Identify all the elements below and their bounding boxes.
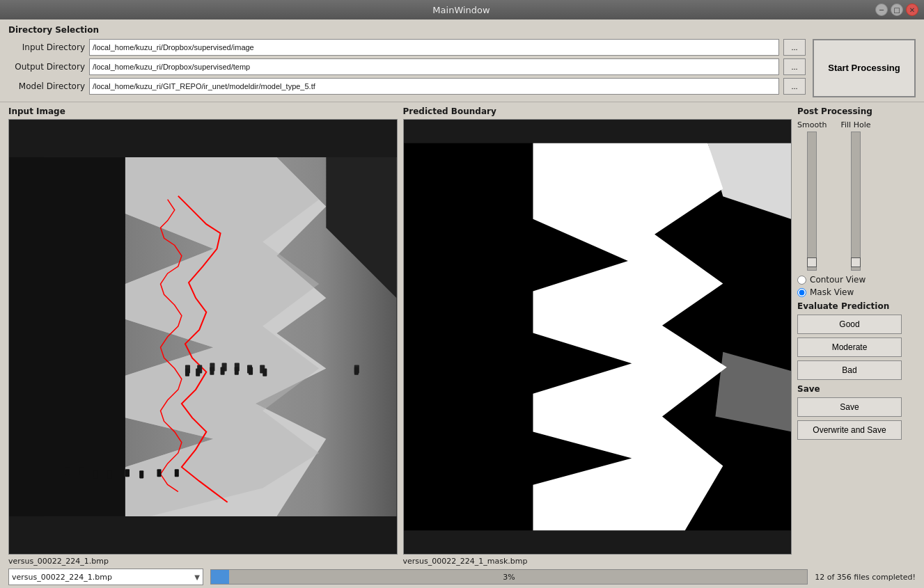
svg-marker-3 [9, 157, 125, 516]
viewer-area: Input Image [0, 102, 924, 566]
predicted-boundary-filename: versus_00022_224_1_mask.bmp [403, 557, 792, 566]
progress-label: 3% [211, 570, 807, 585]
output-dir-browse-button[interactable]: ... [783, 58, 806, 75]
svg-rect-18 [221, 367, 225, 375]
bad-button[interactable]: Bad [797, 360, 902, 380]
output-dir-field[interactable] [89, 58, 779, 75]
directory-section-title: Directory Selection [8, 25, 916, 35]
model-dir-field[interactable] [89, 78, 779, 95]
smooth-slider-track[interactable] [807, 132, 817, 271]
directory-fields: Input Directory ... Output Directory ...… [8, 39, 806, 97]
input-dir-browse-button[interactable]: ... [783, 39, 806, 56]
window-controls: ─ □ ✕ [875, 3, 918, 16]
model-dir-row: Model Directory ... [8, 78, 806, 95]
svg-rect-23 [65, 467, 70, 475]
overwrite-save-button[interactable]: Overwrite and Save [797, 420, 902, 440]
mask-view-radio-row[interactable]: Mask View [797, 287, 916, 297]
start-processing-button[interactable]: Start Processing [813, 39, 916, 97]
svg-rect-27 [125, 469, 130, 477]
mask-view-label: Mask View [810, 287, 854, 297]
file-selector-text: versus_00022_224_1.bmp [12, 573, 194, 582]
main-content: Directory Selection Input Directory ... … [0, 19, 924, 588]
completion-text: 12 of 356 files completed! [815, 573, 916, 582]
svg-rect-28 [139, 470, 143, 478]
mask-view-radio[interactable] [797, 288, 806, 297]
fill-hole-slider-label: Fill Hole [840, 120, 870, 129]
save-button[interactable]: Save [797, 397, 902, 417]
svg-rect-22 [354, 367, 359, 375]
svg-rect-24 [79, 467, 84, 475]
post-processing-panel: Post Processing Smooth Fill Hole [797, 106, 916, 566]
fill-hole-slider-track[interactable] [851, 132, 861, 271]
fill-hole-slider-col: Fill Hole [840, 120, 870, 271]
close-button[interactable]: ✕ [906, 3, 918, 16]
post-processing-title: Post Processing [797, 106, 916, 116]
svg-rect-25 [93, 470, 97, 478]
input-dir-row: Input Directory ... [8, 39, 806, 56]
evaluate-prediction-title: Evaluate Prediction [797, 301, 916, 311]
svg-rect-17 [210, 367, 214, 375]
window-title: MainWindow [47, 5, 875, 15]
predicted-boundary-panel: Predicted Boundary versus_00022_224_1_ma… [403, 106, 792, 566]
fill-hole-slider-thumb[interactable] [851, 257, 861, 267]
progress-container: 3% [210, 569, 808, 585]
smooth-slider-label: Smooth [797, 120, 827, 129]
model-dir-label: Model Directory [8, 81, 85, 91]
smooth-slider-thumb[interactable] [807, 257, 817, 267]
input-image-label: Input Image [8, 106, 398, 116]
title-bar: MainWindow ─ □ ✕ [0, 0, 924, 19]
input-image-filename: versus_00022_224_1.bmp [8, 557, 398, 566]
file-selector[interactable]: versus_00022_224_1.bmp ▼ [8, 569, 203, 585]
save-title: Save [797, 384, 916, 394]
svg-rect-20 [249, 367, 253, 375]
contour-view-radio-row[interactable]: Contour View [797, 275, 916, 285]
svg-rect-21 [263, 369, 267, 376]
view-options: Contour View Mask View [797, 275, 916, 297]
smooth-slider-col: Smooth [797, 120, 827, 271]
predicted-boundary-label: Predicted Boundary [403, 106, 792, 116]
contour-view-radio[interactable] [797, 276, 806, 285]
svg-rect-30 [175, 469, 179, 477]
good-button[interactable]: Good [797, 315, 902, 334]
save-section: Save Save Overwrite and Save [797, 384, 916, 440]
input-image-canvas [8, 119, 398, 555]
contour-view-label: Contour View [810, 275, 866, 285]
model-dir-browse-button[interactable]: ... [783, 78, 806, 95]
input-dir-field[interactable] [89, 39, 779, 56]
directory-section: Directory Selection Input Directory ... … [0, 19, 924, 102]
bottom-bar: versus_00022_224_1.bmp ▼ 3% 12 of 356 fi… [0, 566, 924, 588]
svg-rect-19 [235, 367, 239, 375]
svg-rect-29 [157, 469, 161, 477]
svg-rect-26 [108, 470, 112, 478]
minimize-button[interactable]: ─ [875, 3, 888, 16]
output-dir-label: Output Directory [8, 62, 85, 72]
input-image-panel: Input Image [8, 106, 398, 566]
input-dir-label: Input Directory [8, 42, 85, 52]
svg-rect-16 [196, 369, 200, 376]
svg-rect-15 [185, 369, 189, 376]
output-dir-row: Output Directory ... [8, 58, 806, 75]
predicted-boundary-canvas [403, 119, 792, 555]
moderate-button[interactable]: Moderate [797, 337, 902, 357]
sliders-row: Smooth Fill Hole [797, 120, 916, 271]
dropdown-arrow-icon: ▼ [194, 573, 200, 581]
evaluate-prediction-section: Evaluate Prediction Good Moderate Bad [797, 301, 916, 380]
maximize-button[interactable]: □ [891, 3, 903, 16]
